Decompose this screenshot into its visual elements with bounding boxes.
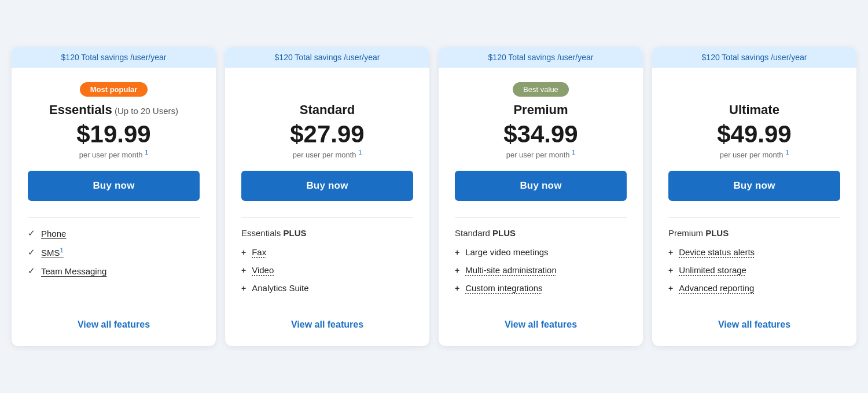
feature-list-ultimate: +Device status alerts+Unlimited storage+… — [668, 247, 840, 301]
badge-row-standard — [241, 79, 413, 100]
list-item: ✓Team Messaging — [28, 266, 200, 276]
plus-icon: + — [668, 284, 673, 293]
list-item: +Unlimited storage — [668, 265, 840, 275]
buy-button-premium[interactable]: Buy now — [455, 171, 627, 201]
buy-button-standard[interactable]: Buy now — [241, 171, 413, 201]
plus-icon: + — [668, 266, 673, 275]
plan-price-essentials: $19.99 — [28, 121, 200, 148]
plus-label-ultimate: Premium PLUS — [668, 228, 840, 238]
plan-name-ultimate: Ultimate — [668, 102, 840, 117]
pricing-grid: $120 Total savings /user/yearMost popula… — [12, 47, 856, 347]
plus-icon: + — [241, 248, 246, 257]
buy-button-ultimate[interactable]: Buy now — [668, 171, 840, 201]
plus-icon: + — [241, 266, 246, 275]
savings-banner-ultimate: $120 Total savings /user/year — [652, 47, 856, 68]
price-note-ultimate: per user per month 1 — [668, 149, 840, 159]
divider-standard — [241, 217, 413, 218]
badge-premium: Best value — [513, 82, 569, 97]
plus-icon: + — [241, 284, 246, 293]
plan-card-ultimate: $120 Total savings /user/yearUltimate$49… — [652, 47, 856, 347]
savings-banner-essentials: $120 Total savings /user/year — [12, 47, 216, 68]
badge-row-essentials: Most popular — [28, 79, 200, 100]
feature-text: Analytics Suite — [252, 283, 308, 293]
view-features-essentials[interactable]: View all features — [28, 315, 200, 330]
savings-banner-standard: $120 Total savings /user/year — [225, 47, 429, 68]
checkmark-icon: ✓ — [28, 247, 35, 258]
plus-icon: + — [455, 284, 459, 293]
feature-text: Fax — [252, 247, 266, 257]
plan-card-standard: $120 Total savings /user/yearStandard$27… — [225, 47, 429, 347]
feature-list-premium: +Large video meetings+Multi-site adminis… — [455, 247, 627, 301]
feature-text: Phone — [41, 229, 66, 238]
list-item: +Device status alerts — [668, 247, 840, 257]
price-note-standard: per user per month 1 — [241, 149, 413, 159]
plus-icon: + — [455, 266, 459, 275]
badge-essentials: Most popular — [80, 82, 148, 97]
list-item: +Advanced reporting — [668, 283, 840, 293]
plus-label-standard: Essentials PLUS — [241, 228, 413, 238]
checkmark-icon: ✓ — [28, 266, 35, 276]
price-note-essentials: per user per month 1 — [28, 149, 200, 159]
plan-card-premium: $120 Total savings /user/yearBest valueP… — [439, 47, 643, 347]
plan-price-premium: $34.99 — [455, 121, 627, 148]
plus-icon: + — [668, 248, 673, 257]
plan-price-standard: $27.99 — [241, 121, 413, 148]
list-item: +Custom integrations — [455, 283, 627, 293]
view-features-standard[interactable]: View all features — [241, 315, 413, 330]
badge-row-ultimate — [668, 79, 840, 100]
feature-text: Unlimited storage — [679, 265, 746, 275]
divider-premium — [455, 217, 627, 218]
feature-text: SMS1 — [41, 247, 64, 258]
plan-card-essentials: $120 Total savings /user/yearMost popula… — [12, 47, 216, 347]
plus-icon: + — [455, 248, 459, 257]
list-item: +Multi-site administration — [455, 265, 627, 275]
list-item: +Video — [241, 265, 413, 275]
plan-name-essentials: Essentials (Up to 20 Users) — [28, 102, 200, 117]
plan-name-premium: Premium — [455, 102, 627, 117]
feature-text: Team Messaging — [41, 266, 106, 276]
feature-text: Video — [252, 265, 274, 275]
check-list-essentials: ✓Phone✓SMS1✓Team Messaging — [28, 228, 200, 301]
list-item: +Large video meetings — [455, 247, 627, 257]
feature-text: Custom integrations — [465, 283, 542, 293]
divider-ultimate — [668, 217, 840, 218]
view-features-ultimate[interactable]: View all features — [668, 315, 840, 330]
feature-text: Large video meetings — [465, 247, 548, 257]
badge-row-premium: Best value — [455, 79, 627, 100]
plan-name-standard: Standard — [241, 102, 413, 117]
list-item: +Analytics Suite — [241, 283, 413, 293]
list-item: ✓SMS1 — [28, 247, 200, 258]
price-note-premium: per user per month 1 — [455, 149, 627, 159]
feature-text: Advanced reporting — [679, 283, 754, 293]
divider-essentials — [28, 217, 200, 218]
checkmark-icon: ✓ — [28, 228, 35, 238]
feature-list-standard: +Fax+Video+Analytics Suite — [241, 247, 413, 301]
buy-button-essentials[interactable]: Buy now — [28, 171, 200, 201]
view-features-premium[interactable]: View all features — [455, 315, 627, 330]
feature-text: Multi-site administration — [465, 265, 557, 275]
plus-label-premium: Standard PLUS — [455, 228, 627, 238]
savings-banner-premium: $120 Total savings /user/year — [439, 47, 643, 68]
plan-price-ultimate: $49.99 — [668, 121, 840, 148]
list-item: ✓Phone — [28, 228, 200, 238]
list-item: +Fax — [241, 247, 413, 257]
feature-text: Device status alerts — [679, 247, 755, 257]
